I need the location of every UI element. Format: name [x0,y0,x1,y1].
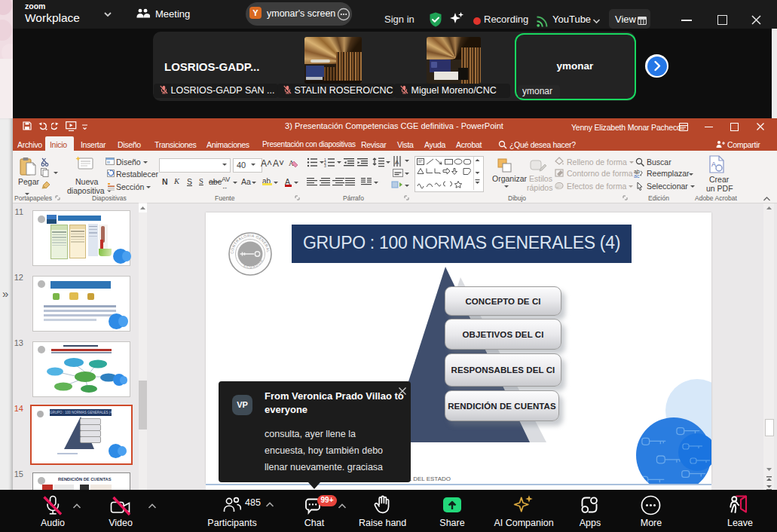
svg-text:ac: ac [634,173,640,178]
svg-text:3: 3 [324,164,326,167]
svg-text:A: A [395,159,399,166]
svg-text:A: A [711,161,716,168]
